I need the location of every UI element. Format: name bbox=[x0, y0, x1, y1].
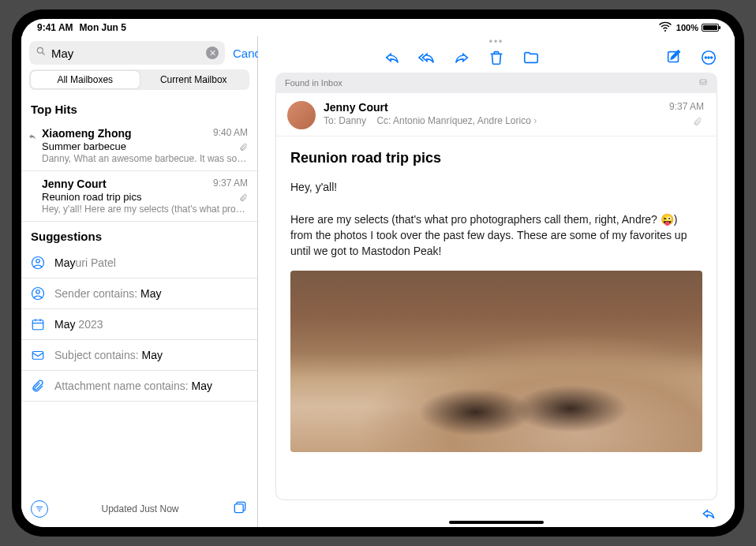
status-date: Mon Jun 5 bbox=[80, 22, 126, 33]
message-recipients[interactable]: To: Danny Cc: Antonio Manríquez, Andre L… bbox=[324, 115, 705, 126]
top-hit-item[interactable]: Xiaomeng Zhong 9:40 AM Summer barbecue D… bbox=[21, 121, 257, 171]
svg-point-21 bbox=[711, 57, 713, 58]
message-subject: Reunion road trip pics bbox=[290, 148, 702, 168]
battery-icon bbox=[702, 24, 719, 32]
suggestion-subject-contains[interactable]: Subject contains: May bbox=[21, 340, 257, 371]
scope-current-mailbox[interactable]: Current Mailbox bbox=[140, 71, 249, 88]
message-header[interactable]: Jenny Court To: Danny Cc: Antonio Manríq… bbox=[276, 93, 717, 136]
body-greeting: Hey, y'all! bbox=[290, 179, 702, 195]
body-text: Here are my selects (that's what pro pho… bbox=[290, 211, 702, 260]
home-indicator[interactable] bbox=[449, 521, 544, 524]
svg-point-0 bbox=[664, 29, 666, 31]
found-in-banner: Found in Inbox bbox=[275, 73, 717, 93]
ipad-frame: 9:41 AM Mon Jun 5 100% bbox=[12, 9, 744, 537]
person-icon bbox=[31, 286, 45, 301]
attachment-icon bbox=[693, 117, 702, 129]
mailboxes-button[interactable] bbox=[232, 499, 248, 518]
svg-rect-11 bbox=[32, 352, 43, 360]
message-pane: ••• F bbox=[258, 36, 735, 527]
scope-all-mailboxes[interactable]: All Mailboxes bbox=[31, 71, 140, 88]
message-sender: Jenny Court bbox=[324, 101, 705, 114]
svg-point-19 bbox=[705, 57, 706, 58]
clear-search-button[interactable]: ✕ bbox=[206, 47, 219, 59]
suggestion-text: Attachment name contains: May bbox=[54, 380, 212, 392]
hit-preview: Hey, y'all! Here are my selects (that's … bbox=[42, 204, 248, 215]
suggestion-text: Subject contains: May bbox=[54, 349, 163, 361]
top-hits-heading: Top Hits bbox=[21, 95, 257, 121]
message-toolbar bbox=[258, 46, 735, 73]
svg-point-1 bbox=[37, 47, 43, 53]
suggestion-sender-contains[interactable]: Sender contains: May bbox=[21, 279, 257, 309]
svg-point-20 bbox=[708, 57, 709, 58]
search-input[interactable] bbox=[51, 47, 201, 60]
sidebar: ✕ Cancel All Mailboxes Current Mailbox T… bbox=[21, 36, 258, 527]
screen: 9:41 AM Mon Jun 5 100% bbox=[21, 19, 735, 527]
hit-time: 9:37 AM bbox=[213, 178, 248, 189]
status-bar: 9:41 AM Mon Jun 5 100% bbox=[21, 19, 735, 36]
hit-time: 9:40 AM bbox=[213, 127, 248, 138]
suggestion-date[interactable]: May 2023 bbox=[21, 309, 257, 340]
suggestions-heading: Suggestions bbox=[21, 222, 257, 248]
chevron-right-icon: › bbox=[533, 115, 537, 126]
search-scope-segmented[interactable]: All Mailboxes Current Mailbox bbox=[29, 69, 249, 90]
multitask-indicator[interactable]: ••• bbox=[489, 36, 504, 46]
battery-pct: 100% bbox=[676, 23, 698, 32]
inline-photo[interactable] bbox=[290, 271, 702, 452]
suggestion-text: Mayuri Patel bbox=[54, 256, 116, 269]
calendar-icon bbox=[31, 317, 45, 331]
reply-all-button[interactable] bbox=[418, 49, 436, 66]
message-body[interactable]: Reunion road trip pics Hey, y'all! Here … bbox=[276, 136, 717, 499]
attachment-icon bbox=[239, 193, 248, 204]
svg-rect-16 bbox=[234, 504, 243, 513]
status-time: 9:41 AM bbox=[37, 22, 73, 33]
reply-button[interactable] bbox=[384, 49, 401, 66]
move-button[interactable] bbox=[522, 49, 540, 66]
suggestion-text: May 2023 bbox=[54, 318, 103, 331]
more-button[interactable] bbox=[700, 49, 717, 66]
search-icon bbox=[36, 46, 47, 60]
svg-line-2 bbox=[43, 53, 45, 55]
suggestion-text: Sender contains: May bbox=[54, 287, 161, 300]
compose-button[interactable] bbox=[665, 49, 683, 66]
forward-button[interactable] bbox=[453, 49, 470, 66]
wifi-icon bbox=[657, 19, 673, 37]
search-field[interactable]: ✕ bbox=[29, 41, 225, 65]
updated-status: Updated Just Now bbox=[101, 503, 178, 514]
replied-icon bbox=[28, 130, 37, 144]
attachment-icon bbox=[239, 143, 248, 153]
banner-text: Found in Inbox bbox=[285, 78, 342, 88]
svg-point-6 bbox=[36, 290, 40, 294]
message-card: Jenny Court To: Danny Cc: Antonio Manríq… bbox=[275, 93, 717, 500]
trash-button[interactable] bbox=[488, 49, 505, 66]
suggestion-person[interactable]: Mayuri Patel bbox=[21, 248, 257, 279]
message-time: 9:37 AM bbox=[669, 101, 704, 112]
mailbox-icon bbox=[698, 77, 708, 88]
hit-subject: Summer barbecue bbox=[42, 140, 248, 152]
svg-point-4 bbox=[36, 260, 40, 264]
suggestion-attachment-contains[interactable]: Attachment name contains: May bbox=[21, 371, 257, 402]
sender-avatar[interactable] bbox=[287, 101, 316, 129]
hit-subject: Reunion road trip pics bbox=[42, 191, 248, 203]
paperclip-icon bbox=[31, 379, 45, 393]
top-hit-item[interactable]: Jenny Court 9:37 AM Reunion road trip pi… bbox=[21, 171, 257, 222]
filter-button[interactable] bbox=[31, 500, 48, 518]
svg-rect-7 bbox=[32, 320, 43, 330]
reply-footer-button[interactable] bbox=[700, 505, 717, 522]
person-icon bbox=[31, 256, 45, 270]
hit-preview: Danny, What an awesome barbecue. It was … bbox=[42, 153, 248, 164]
envelope-icon bbox=[31, 348, 45, 362]
